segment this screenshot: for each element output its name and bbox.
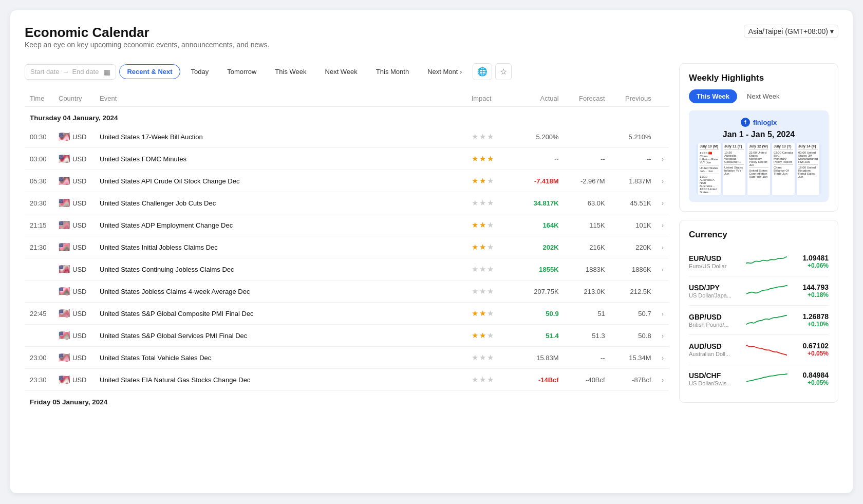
col-action	[656, 90, 669, 107]
currency-value: 1.26878	[802, 312, 829, 321]
event-impact: ★★★	[466, 347, 518, 369]
col-impact: Impact	[466, 90, 518, 107]
country-flag: 🇺🇸	[59, 374, 70, 385]
currency-row[interactable]: GBP/USD British Pound/... 1.26878 +0.10%	[689, 306, 829, 335]
tab-this-week[interactable]: This Week	[689, 89, 737, 103]
event-forecast: 213.0K	[564, 281, 610, 303]
currency-card: Currency EUR/USD Euro/US Dollar 1.09481 …	[679, 220, 838, 403]
sparkline-chart	[746, 282, 787, 300]
event-name[interactable]: United States Continuing Jobless Claims …	[95, 258, 466, 281]
event-country: 🇺🇸 USD	[53, 214, 95, 236]
table-row: 🇺🇸 USD United States Jobless Claims 4-we…	[25, 281, 669, 303]
currency-info: EUR/USD Euro/US Dollar	[689, 254, 730, 269]
event-previous: 1.837M	[610, 170, 656, 192]
filter-btn-next-month[interactable]: Next Mont ›	[420, 64, 470, 79]
filter-btn-this-week[interactable]: This Week	[267, 64, 314, 79]
country-flag: 🇺🇸	[59, 286, 70, 297]
event-country: 🇺🇸 USD	[53, 325, 95, 347]
event-name[interactable]: United States ADP Employment Change Dec	[95, 214, 466, 236]
currency-code: USD	[72, 310, 86, 318]
filter-btn-tomorrow[interactable]: Tomorrow	[219, 64, 264, 79]
event-impact: ★★★	[466, 325, 518, 347]
row-expand-arrow[interactable]: ›	[656, 192, 669, 214]
timezone-label: Asia/Taipei (GMT+08:00)	[748, 27, 828, 35]
event-name[interactable]: United States S&P Global Services PMI Fi…	[95, 325, 466, 347]
date-group-header: Friday 05 January, 2024	[25, 391, 669, 410]
event-forecast: -40Bcf	[564, 369, 610, 391]
row-expand-arrow[interactable]: ›	[656, 258, 669, 281]
event-forecast: --	[564, 347, 610, 369]
event-actual: -14Bcf	[518, 369, 564, 391]
event-forecast: -2.967M	[564, 170, 610, 192]
event-actual: -7.418M	[518, 170, 564, 192]
col-country: Country	[53, 90, 95, 107]
filter-btn-this-month[interactable]: This Month	[368, 64, 417, 79]
event-previous: 220K	[610, 236, 656, 258]
event-name[interactable]: United States API Crude Oil Stock Change…	[95, 170, 466, 192]
globe-icon-button[interactable]: 🌐	[473, 63, 492, 80]
date-range-input[interactable]: Start date → End date ▦	[25, 64, 116, 80]
star-icon-button[interactable]: ☆	[495, 63, 512, 80]
event-forecast: 115K	[564, 214, 610, 236]
event-previous: 45.51K	[610, 192, 656, 214]
col-time: Time	[25, 90, 53, 107]
filter-bar: Start date → End date ▦ Recent & Next To…	[25, 63, 669, 80]
event-previous: 15.34M	[610, 347, 656, 369]
filter-btn-next-week[interactable]: Next Week	[317, 64, 365, 79]
currency-value: 144.793	[802, 283, 829, 291]
event-name[interactable]: United States Jobless Claims 4-week Aver…	[95, 281, 466, 303]
currency-pair-label: AUD/USD	[689, 342, 730, 350]
tab-next-week[interactable]: Next Week	[739, 89, 787, 103]
row-expand-arrow[interactable]: ›	[656, 325, 669, 347]
row-expand-arrow[interactable]: ›	[656, 236, 669, 258]
row-expand-arrow[interactable]: ›	[656, 148, 669, 170]
country-flag: 🇺🇸	[59, 153, 70, 164]
event-time: 21:30	[25, 236, 53, 258]
event-country: 🇺🇸 USD	[53, 236, 95, 258]
event-name[interactable]: United States Total Vehicle Sales Dec	[95, 347, 466, 369]
event-actual: 202K	[518, 236, 564, 258]
event-name[interactable]: United States Initial Jobless Claims Dec	[95, 236, 466, 258]
filter-btn-today[interactable]: Today	[183, 64, 217, 79]
page-title: Economic Calendar	[25, 25, 269, 41]
event-actual: 50.9	[518, 303, 564, 325]
currency-row[interactable]: USD/CHF US Dollar/Swis... 0.84984 +0.05%	[689, 364, 829, 393]
row-expand-arrow[interactable]: ›	[656, 369, 669, 391]
currency-code: USD	[72, 199, 86, 207]
row-expand-arrow[interactable]: ›	[656, 170, 669, 192]
currency-pair-desc: US Dollar/Japa...	[689, 292, 731, 298]
country-flag: 🇺🇸	[59, 241, 70, 253]
event-forecast: 51	[564, 303, 610, 325]
weekly-highlights-title: Weekly Highlights	[689, 73, 829, 83]
event-impact: ★★★	[466, 303, 518, 325]
event-name[interactable]: United States FOMC Minutes	[95, 148, 466, 170]
event-previous: 5.210%	[610, 126, 656, 148]
event-actual: --	[518, 148, 564, 170]
currency-change: +0.10%	[802, 321, 829, 328]
sparkline-chart	[746, 311, 787, 329]
events-table: Time Country Event Impact Actual Forecas…	[25, 90, 669, 410]
currency-value-area: 0.84984 +0.05%	[802, 371, 829, 386]
event-country: 🇺🇸 USD	[53, 192, 95, 214]
table-row: 22:45 🇺🇸 USD United States S&P Global Co…	[25, 303, 669, 325]
event-impact: ★★★	[466, 369, 518, 391]
table-row: 21:30 🇺🇸 USD United States Initial Joble…	[25, 236, 669, 258]
row-expand-arrow[interactable]: ›	[656, 303, 669, 325]
currency-code: USD	[72, 133, 86, 141]
col-actual: Actual	[518, 90, 564, 107]
currency-row[interactable]: USD/JPY US Dollar/Japa... 144.793 +0.18%	[689, 276, 829, 306]
col-previous: Previous	[610, 90, 656, 107]
event-name[interactable]: United States EIA Natural Gas Stocks Cha…	[95, 369, 466, 391]
event-name[interactable]: United States 17-Week Bill Auction	[95, 126, 466, 148]
event-name[interactable]: United States S&P Global Composite PMI F…	[95, 303, 466, 325]
row-expand-arrow[interactable]: ›	[656, 214, 669, 236]
event-name[interactable]: United States Challenger Job Cuts Dec	[95, 192, 466, 214]
event-previous: 212.5K	[610, 281, 656, 303]
table-row: 🇺🇸 USD United States S&P Global Services…	[25, 325, 669, 347]
timezone-selector[interactable]: Asia/Taipei (GMT+08:00) ▾	[744, 25, 838, 38]
currency-row[interactable]: AUD/USD Australian Doll... 0.67102 +0.05…	[689, 335, 829, 364]
currency-change: +0.18%	[802, 291, 829, 298]
row-expand-arrow[interactable]: ›	[656, 347, 669, 369]
filter-btn-recent-next[interactable]: Recent & Next	[119, 64, 180, 79]
currency-row[interactable]: EUR/USD Euro/US Dollar 1.09481 +0.06%	[689, 247, 829, 276]
